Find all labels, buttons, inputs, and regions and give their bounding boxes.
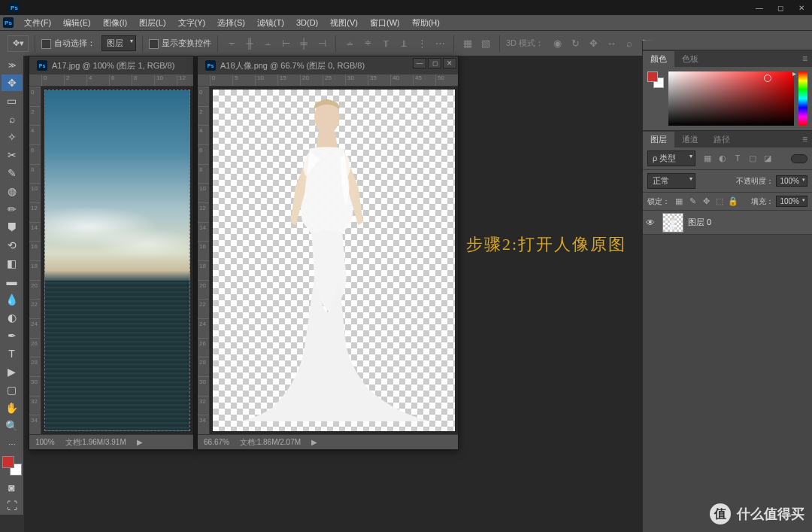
tab-swatches[interactable]: 色板 (674, 51, 706, 67)
doc-canvas[interactable] (41, 87, 193, 434)
eraser-tool[interactable]: ◧ (2, 255, 23, 272)
lock-pixels-icon[interactable]: ✎ (687, 196, 698, 206)
status-menu-icon[interactable]: ▶ (311, 438, 317, 446)
doc-tab[interactable]: Ps A18人像.png @ 66.7% (图层 0, RGB/8) (198, 57, 372, 74)
eyedropper-tool[interactable]: ✎ (2, 165, 23, 181)
filter-adjust-icon[interactable]: ◐ (717, 154, 729, 163)
history-brush-tool[interactable]: ⟲ (2, 237, 23, 254)
filter-shape-icon[interactable]: ▢ (747, 154, 759, 163)
panel-menu-icon[interactable]: ≡ (798, 134, 812, 144)
tab-color[interactable]: 颜色 (643, 51, 674, 67)
lasso-tool[interactable]: ⌕ (2, 111, 23, 127)
window-close[interactable]: ✕ (791, 0, 812, 15)
shape-tool[interactable]: ▢ (2, 382, 23, 398)
lock-all-icon[interactable]: 🔒 (728, 196, 738, 206)
zoom-tool[interactable]: 🔍 (2, 418, 23, 434)
color-picker-ring[interactable] (764, 74, 771, 82)
crop-tool[interactable]: ✂ (2, 147, 23, 163)
stamp-tool[interactable]: ⛊ (2, 219, 23, 236)
dist-icon[interactable]: ⋯ (432, 36, 447, 51)
extras-icon[interactable]: ⋯ (2, 436, 23, 452)
align-hcenter-icon[interactable]: ╪ (296, 36, 311, 51)
blur-tool[interactable]: 💧 (2, 291, 23, 308)
brush-tool[interactable]: ✏ (2, 201, 23, 217)
auto-select-target[interactable]: 图层 (102, 35, 136, 51)
ruler-vertical[interactable]: 0246810121416182022242628303234 (29, 87, 41, 434)
lock-position-icon[interactable]: ✥ (701, 196, 711, 206)
menu-filter[interactable]: 滤镜(T) (251, 16, 290, 30)
pen-tool[interactable]: ✒ (2, 327, 23, 344)
layer-name[interactable]: 图层 0 (688, 217, 711, 228)
doc-close[interactable]: ✕ (443, 58, 456, 68)
panel-color-swatches[interactable] (647, 71, 664, 88)
dist-icon[interactable]: ⫩ (360, 36, 375, 51)
tab-layers[interactable]: 图层 (643, 132, 674, 147)
ruler-vertical[interactable]: 0246810121416182022242628303234 (198, 87, 210, 434)
tab-paths[interactable]: 路径 (706, 132, 738, 147)
doc-canvas[interactable] (210, 87, 458, 434)
doc-size[interactable]: 文档:1.96M/3.91M (65, 437, 126, 448)
align-right-icon[interactable]: ⊣ (314, 36, 329, 51)
opacity-value[interactable]: 100% (776, 175, 807, 187)
collapse-icon[interactable]: ≫ (2, 56, 23, 73)
gradient-tool[interactable]: ▬ (2, 273, 23, 290)
align-left-icon[interactable]: ⊢ (278, 36, 293, 51)
panel-fg-swatch[interactable] (647, 71, 658, 82)
doc-minimize[interactable]: — (413, 58, 426, 68)
menu-view[interactable]: 视图(V) (324, 16, 364, 30)
dist-icon[interactable]: ⫨ (342, 36, 357, 51)
doc-tab[interactable]: Ps A17.jpg @ 100% (图层 1, RGB/8) (29, 57, 182, 74)
3d-pan-icon[interactable]: ✥ (586, 36, 601, 51)
filter-toggle[interactable] (791, 154, 807, 163)
status-menu-icon[interactable]: ▶ (137, 438, 143, 446)
doc-maximize[interactable]: ◻ (428, 58, 441, 68)
layer-list[interactable]: 👁 图层 0 (643, 211, 812, 532)
menu-file[interactable]: 文件(F) (18, 16, 57, 30)
hue-slider[interactable] (798, 71, 807, 126)
fill-value[interactable]: 100% (776, 196, 807, 207)
screenmode-icon[interactable]: ⛶ (2, 497, 23, 514)
dist-icon[interactable]: ⫪ (378, 36, 393, 51)
menu-edit[interactable]: 编辑(E) (57, 16, 97, 30)
ruler-horizontal[interactable]: 0510152025303540455055 (198, 74, 458, 87)
ruler-horizontal[interactable]: 024681012 (29, 74, 193, 87)
align-top-icon[interactable]: ⫟ (224, 36, 239, 51)
3d-zoom-icon[interactable]: ⌕ (622, 36, 637, 51)
healing-tool[interactable]: ◍ (2, 183, 23, 199)
path-select-tool[interactable]: ▶ (2, 363, 23, 380)
marquee-tool[interactable]: ▭ (2, 93, 23, 109)
auto-select-check[interactable]: 自动选择： (41, 38, 95, 49)
3d-slide-icon[interactable]: ↔ (604, 36, 619, 51)
lock-artboard-icon[interactable]: ⬚ (714, 196, 725, 206)
3d-orbit-icon[interactable]: ◉ (550, 36, 565, 51)
tool-preset[interactable]: ✥▾ (8, 35, 29, 52)
layer-filter-kind[interactable]: ρ 类型 (647, 150, 695, 166)
type-tool[interactable]: T (2, 345, 23, 362)
lock-transparent-icon[interactable]: ▦ (674, 196, 684, 206)
show-transform-check[interactable]: 显示变换控件 (149, 38, 211, 49)
doc-size[interactable]: 文档:1.86M/2.07M (240, 437, 301, 448)
filter-pixel-icon[interactable]: ▦ (701, 154, 714, 163)
hand-tool[interactable]: ✋ (2, 400, 23, 416)
tab-channels[interactable]: 通道 (674, 132, 706, 147)
menu-layer[interactable]: 图层(L) (133, 16, 171, 30)
align-bottom-icon[interactable]: ⫠ (260, 36, 275, 51)
zoom-level[interactable]: 100% (35, 438, 55, 446)
align-vcenter-icon[interactable]: ╫ (242, 36, 257, 51)
window-maximize[interactable]: ◻ (770, 0, 791, 15)
dodge-tool[interactable]: ◐ (2, 309, 23, 326)
magic-wand-tool[interactable]: ✧ (2, 129, 23, 145)
3d-roll-icon[interactable]: ↻ (568, 36, 583, 51)
menu-3d[interactable]: 3D(D) (290, 17, 324, 29)
arrange-icon[interactable]: ▦ (460, 36, 475, 51)
menu-image[interactable]: 图像(I) (97, 16, 133, 30)
visibility-icon[interactable]: 👁 (646, 217, 658, 228)
menu-window[interactable]: 窗口(W) (364, 16, 406, 30)
arrange-icon[interactable]: ▧ (478, 36, 493, 51)
layer-thumbnail[interactable] (662, 213, 683, 233)
blend-mode-dropdown[interactable]: 正常 (647, 173, 695, 189)
document-window-1[interactable]: Ps A17.jpg @ 100% (图层 1, RGB/8) 02468101… (29, 56, 194, 450)
zoom-level[interactable]: 66.67% (204, 438, 229, 446)
filter-smart-icon[interactable]: ◪ (762, 154, 774, 163)
dist-icon[interactable]: ⫫ (396, 36, 411, 51)
